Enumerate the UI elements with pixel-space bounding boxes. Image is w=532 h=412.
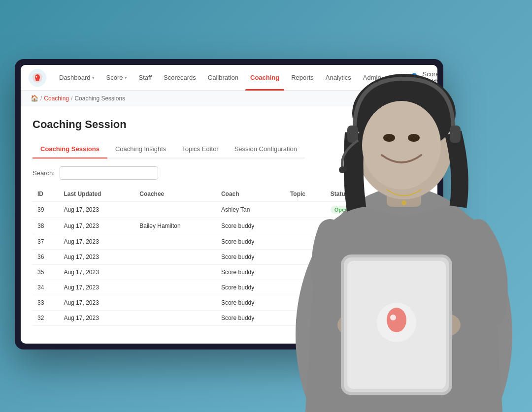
cell-id: 34	[33, 280, 59, 295]
breadcrumb-current: Coaching Sessions	[74, 95, 125, 102]
cell-date[interactable]: Aug 17, 2023	[59, 218, 134, 234]
cell-coachee	[134, 234, 216, 250]
dashboard-dropdown-arrow: ▾	[92, 75, 95, 80]
cell-id: 36	[33, 250, 59, 265]
search-label: Search:	[33, 169, 55, 177]
cell-coachee	[134, 295, 216, 311]
nav-score[interactable]: Score ▾	[101, 65, 132, 91]
cell-date[interactable]: Aug 17, 2023	[59, 280, 134, 295]
person-container	[256, 0, 532, 412]
cell-id: 37	[33, 234, 59, 250]
svg-point-2	[36, 76, 37, 77]
cell-coachee	[134, 250, 216, 265]
breadcrumb-sep-2: /	[71, 95, 72, 102]
cell-date[interactable]: Aug 17, 2023	[59, 265, 134, 280]
svg-point-12	[339, 166, 346, 173]
cell-id: 39	[33, 202, 59, 218]
col-header-coachee: Coachee	[134, 187, 216, 202]
svg-point-1	[35, 74, 40, 80]
nav-calibration[interactable]: Calibration	[203, 65, 243, 91]
tab-coaching-insights[interactable]: Coaching Insights	[107, 140, 174, 158]
cell-coachee: Bailey Hamilton	[134, 218, 216, 234]
cell-coachee	[134, 202, 216, 218]
svg-point-18	[387, 308, 406, 332]
cell-date[interactable]: Aug 17, 2023	[59, 311, 134, 326]
score-dropdown-arrow: ▾	[125, 75, 127, 80]
breadcrumb-coaching-link[interactable]: Coaching	[44, 95, 69, 102]
home-icon[interactable]: 🏠	[31, 95, 38, 102]
cell-date[interactable]: Aug 17, 2023	[59, 250, 134, 265]
page-title: Coaching Session	[33, 118, 127, 131]
cell-coachee	[134, 311, 216, 326]
svg-rect-11	[450, 126, 461, 143]
svg-point-8	[383, 134, 395, 142]
tab-topics-editor[interactable]: Topics Editor	[174, 140, 226, 158]
nav-scorecards[interactable]: Scorecards	[159, 65, 201, 91]
col-header-id: ID	[33, 187, 59, 202]
cell-id: 33	[33, 295, 59, 311]
cell-id: 32	[33, 311, 59, 326]
cell-id: 35	[33, 265, 59, 280]
cell-date[interactable]: Aug 17, 2023	[59, 295, 134, 311]
logo-area	[29, 69, 46, 87]
logo-icon[interactable]	[29, 69, 46, 87]
breadcrumb-sep-1: /	[40, 95, 42, 102]
tab-coaching-sessions[interactable]: Coaching Sessions	[33, 140, 107, 158]
search-input[interactable]	[60, 166, 158, 180]
cell-id: 38	[33, 218, 59, 234]
cell-date[interactable]: Aug 17, 2023	[59, 202, 134, 218]
cell-coachee	[134, 280, 216, 295]
svg-point-20	[401, 200, 406, 205]
nav-dashboard[interactable]: Dashboard ▾	[54, 65, 100, 91]
cell-date[interactable]: Aug 17, 2023	[59, 234, 134, 250]
svg-point-19	[390, 315, 396, 320]
person-svg	[256, 0, 532, 412]
svg-point-9	[408, 134, 420, 142]
cell-coachee	[134, 265, 216, 280]
svg-point-7	[362, 101, 441, 190]
col-header-last-updated: Last Updated	[59, 187, 134, 202]
nav-staff[interactable]: Staff	[134, 65, 157, 91]
